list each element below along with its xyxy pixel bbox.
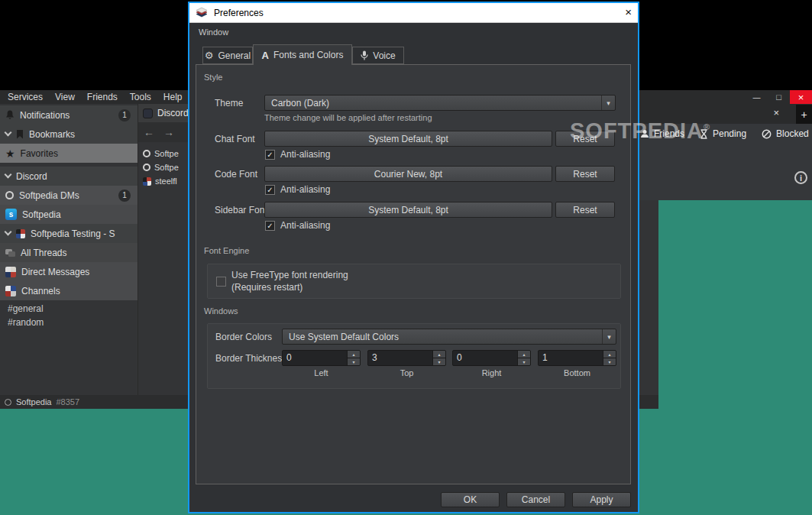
apply-label: Apply — [590, 494, 613, 505]
reset-label: Reset — [573, 169, 597, 180]
forward-icon[interactable]: → — [163, 126, 174, 138]
spinner-left-caption: Left — [282, 368, 361, 377]
sidebar-item-notifications[interactable]: Notifications 1 — [0, 105, 137, 125]
spinner-buttons: ▴▾ — [347, 351, 360, 365]
tab-fonts-and-colors[interactable]: A Fonts and Colors — [253, 44, 352, 65]
spin-up-icon[interactable]: ▴ — [348, 351, 360, 358]
border-top-spinner[interactable]: 3 ▴▾ — [367, 350, 446, 366]
sidebar-item-label: Favorites — [21, 148, 58, 159]
border-colors-dropdown[interactable]: Use System Default Colors ▾ — [282, 329, 616, 345]
chevron-down-icon — [5, 228, 12, 236]
spin-down-icon[interactable]: ▾ — [518, 358, 530, 365]
sidebar-font-value: System Default, 8pt — [368, 205, 448, 215]
check-icon: ✓ — [267, 222, 273, 230]
spin-up-icon[interactable]: ▴ — [433, 351, 445, 358]
sidebar-item-bookmarks[interactable]: Bookmarks — [0, 125, 137, 144]
windows-section-heading: Windows — [204, 306, 238, 316]
spinner-value[interactable]: 0 — [283, 351, 347, 365]
chevron-down-icon — [5, 129, 12, 137]
ok-label: OK — [464, 494, 477, 505]
ripcord-logo-icon — [196, 7, 208, 19]
new-tab-button[interactable]: + — [796, 105, 812, 124]
theme-dropdown[interactable]: Carbon (Dark) ▾ — [264, 95, 616, 111]
sidebar-item-favorites[interactable]: ★ Favorites — [0, 144, 137, 163]
user-circle-icon — [143, 150, 150, 157]
sidebar-font-antialiasing-checkbox[interactable]: ✓ — [265, 221, 275, 231]
channel-label: #general — [8, 303, 44, 314]
spinner-value[interactable]: 0 — [453, 351, 517, 365]
menu-services[interactable]: Services — [2, 90, 49, 104]
font-engine-group: Use FreeType font rendering (Requires re… — [207, 264, 621, 299]
dialog-body: Window ⚙ General A Fonts and Colors Voic… — [189, 23, 638, 512]
cancel-label: Cancel — [522, 494, 550, 505]
spinner-value[interactable]: 1 — [539, 351, 603, 365]
border-thickness-label: Border Thickness — [215, 350, 286, 366]
watermark-reg: ® — [704, 122, 710, 131]
sidebar-item-softpedia[interactable]: s Softpedia — [0, 205, 137, 224]
sidebar-item-label: Softpedia Testing - S — [31, 228, 115, 239]
apply-button[interactable]: Apply — [572, 492, 631, 507]
sidebar-item-softpedia-testing[interactable]: Softpedia Testing - S — [0, 224, 137, 243]
sidebar-font-button[interactable]: System Default, 8pt — [264, 202, 552, 218]
font-engine-section-heading: Font Engine — [204, 246, 249, 255]
chat-font-label: Chat Font — [215, 131, 255, 147]
ok-button[interactable]: OK — [441, 492, 500, 507]
sidebar-item-softpedia-dms[interactable]: Softpedia DMs 1 — [0, 186, 137, 205]
check-icon: ✓ — [267, 151, 273, 159]
softpedia-watermark: SOFTPEDIA® — [570, 118, 710, 144]
spin-down-icon[interactable]: ▾ — [603, 358, 616, 365]
menu-friends[interactable]: Friends — [81, 90, 124, 104]
sidebar-item-channels[interactable]: Channels — [0, 281, 137, 300]
spin-down-icon[interactable]: ▾ — [348, 358, 360, 365]
discord-service-icon — [143, 109, 153, 118]
chat-font-antialiasing-checkbox[interactable]: ✓ — [265, 150, 275, 160]
cancel-button[interactable]: Cancel — [506, 492, 565, 507]
border-colors-label: Border Colors — [215, 329, 272, 345]
spin-up-icon[interactable]: ▴ — [518, 351, 530, 358]
freetype-checkbox[interactable] — [216, 277, 226, 287]
tab-panel: Style Theme Carbon (Dark) ▾ Theme change… — [196, 64, 631, 484]
tab-voice[interactable]: Voice — [352, 47, 404, 64]
menu-help[interactable]: Help — [157, 90, 189, 104]
tab-general[interactable]: ⚙ General — [202, 47, 253, 64]
notification-badge: 1 — [118, 109, 131, 121]
sidebar-item-random-channel[interactable]: #random — [0, 316, 137, 329]
border-left-spinner[interactable]: 0 ▴▾ — [282, 350, 361, 366]
preferences-dialog: Preferences × Window ⚙ General A Fonts a… — [188, 2, 639, 513]
code-font-antialiasing-checkbox[interactable]: ✓ — [265, 185, 275, 195]
sidebar-item-discord[interactable]: Discord — [0, 167, 137, 186]
minimize-button[interactable]: — — [746, 90, 768, 104]
font-a-icon: A — [262, 50, 269, 61]
star-icon: ★ — [5, 148, 15, 159]
maximize-button[interactable]: □ — [768, 90, 790, 104]
menu-view[interactable]: View — [49, 90, 81, 104]
spinner-value[interactable]: 3 — [368, 351, 432, 365]
watermark-text: SOFTPEDIA — [570, 118, 704, 143]
sidebar-item-label: Softpedia — [22, 209, 61, 220]
close-window-button[interactable]: × — [790, 90, 812, 104]
spinner-right-caption: Right — [452, 368, 531, 377]
spinner-buttons: ▴▾ — [517, 351, 530, 365]
back-icon[interactable]: ← — [144, 126, 154, 138]
spinner-bottom-caption: Bottom — [538, 368, 616, 377]
close-icon[interactable]: × — [625, 6, 632, 18]
code-font-reset-button[interactable]: Reset — [555, 166, 615, 182]
spin-up-icon[interactable]: ▴ — [603, 351, 616, 358]
spin-down-icon[interactable]: ▾ — [433, 358, 445, 365]
border-colors-value: Use System Default Colors — [283, 332, 602, 342]
status-discriminator: #8357 — [56, 397, 79, 406]
info-icon[interactable]: i — [794, 171, 807, 184]
sidebar-item-direct-messages[interactable]: Direct Messages — [0, 262, 137, 281]
category-label: Window — [199, 28, 228, 37]
border-right-spinner[interactable]: 0 ▴▾ — [452, 350, 531, 366]
sidebar-item-all-threads[interactable]: All Threads — [0, 243, 137, 262]
close-tab-icon[interactable]: × — [773, 107, 779, 118]
menu-tools[interactable]: Tools — [124, 90, 157, 104]
chat-font-button[interactable]: System Default, 8pt — [264, 131, 552, 147]
tab-blocked[interactable]: Blocked — [762, 128, 809, 139]
border-bottom-spinner[interactable]: 1 ▴▾ — [538, 350, 616, 366]
sidebar-item-general-channel[interactable]: #general — [0, 302, 137, 316]
sidebar-font-reset-button[interactable]: Reset — [555, 202, 615, 218]
spinner-top-caption: Top — [367, 368, 446, 377]
code-font-button[interactable]: Courier New, 8pt — [264, 166, 552, 182]
